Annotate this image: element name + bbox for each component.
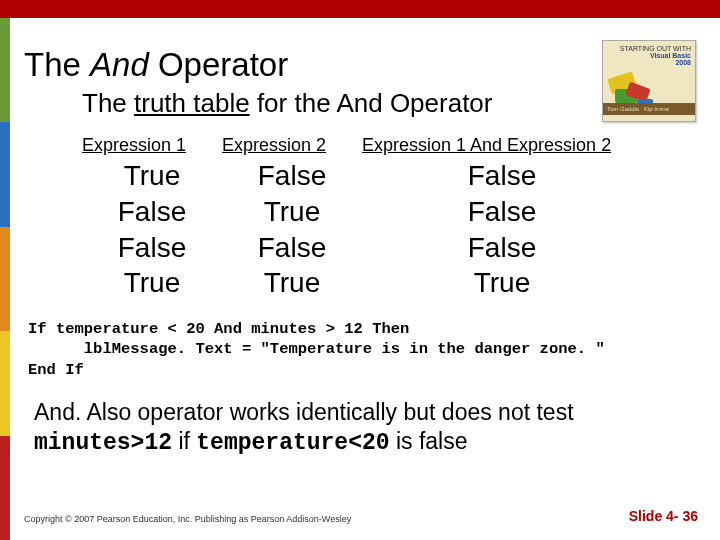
table-cell: True [222,194,362,230]
table-cell: False [222,158,362,194]
table-cell: True [82,158,222,194]
table-cell: False [222,230,362,266]
table-cell: False [82,194,222,230]
left-color-stripe [0,18,10,540]
slide-subtitle: The truth table for the And Operator [82,88,698,119]
table-cell: True [82,265,222,301]
table-cell: True [362,265,642,301]
table-cell: True [222,265,362,301]
slide-footer: Copyright © 2007 Pearson Education, Inc.… [24,508,698,524]
table-header: Expression 1 And Expression 2 [362,135,642,158]
copyright-text: Copyright © 2007 Pearson Education, Inc.… [24,514,351,524]
table-cell: False [362,194,642,230]
code-sample: If temperature < 20 And minutes > 12 The… [28,319,698,379]
table-cell: False [82,230,222,266]
andalso-paragraph: And. Also operator works identically but… [34,398,688,459]
truth-table: Expression 1 Expression 2 Expression 1 A… [82,135,698,301]
top-red-bar [0,0,720,18]
table-cell: False [362,158,642,194]
table-header: Expression 1 [82,135,222,158]
slide-title: The And Operator [24,46,698,84]
slide-content: The And Operator The truth table for the… [24,46,698,459]
slide-number: Slide 4- 36 [629,508,698,524]
table-cell: False [362,230,642,266]
table-header: Expression 2 [222,135,362,158]
